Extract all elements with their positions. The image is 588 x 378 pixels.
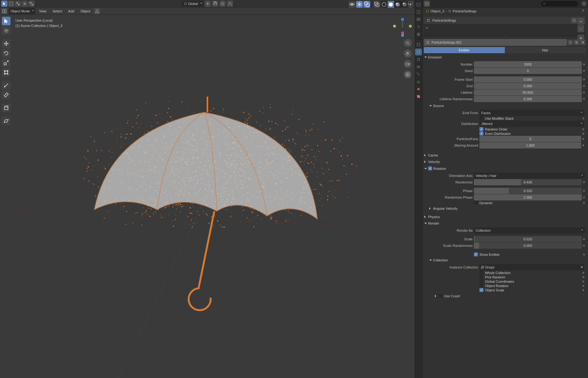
keyframe-dot[interactable] xyxy=(582,118,584,119)
add-menu[interactable]: Add xyxy=(66,9,77,14)
tool-scale[interactable] xyxy=(2,58,11,67)
whole-collection-checkbox[interactable] xyxy=(479,271,483,275)
camera-icon[interactable] xyxy=(404,60,412,68)
keyframe-dot[interactable] xyxy=(583,190,585,192)
section-physics[interactable]: Physics xyxy=(424,214,586,220)
random-order-checkbox[interactable] xyxy=(479,127,483,131)
instance-collection-select[interactable]: Drops✕ xyxy=(479,264,584,270)
keyframe-dot[interactable] xyxy=(583,70,585,72)
tab-world[interactable] xyxy=(415,31,422,38)
keyframe-dot[interactable] xyxy=(583,245,585,247)
proportional-edit-icon[interactable] xyxy=(220,1,226,7)
view-menu[interactable]: View xyxy=(36,9,49,14)
tab-hair[interactable]: Hair xyxy=(505,47,586,53)
lifetime-field[interactable]: 50.000 xyxy=(474,89,582,96)
particle-system-slot[interactable]: ParticleSettings xyxy=(432,19,456,22)
distribution-select[interactable]: Jittered xyxy=(479,121,584,127)
keyframe-dot[interactable] xyxy=(583,79,585,80)
section-render[interactable]: Render xyxy=(424,221,586,226)
add-particle-system[interactable]: + xyxy=(577,18,584,25)
tab-output[interactable] xyxy=(415,9,422,15)
clear-collection-icon[interactable]: ✕ xyxy=(579,265,584,270)
keyframe-dot[interactable] xyxy=(582,272,584,274)
particle-specials[interactable]: ▾ xyxy=(577,35,584,41)
pivot-icon[interactable] xyxy=(28,1,35,7)
pivot-point-icon[interactable] xyxy=(205,1,211,7)
object-rotation-checkbox[interactable] xyxy=(479,284,483,288)
snap-toggle-icon[interactable] xyxy=(212,1,218,7)
use-count-checkbox[interactable] xyxy=(439,294,443,298)
tool-shear[interactable] xyxy=(2,117,11,125)
phase-slider[interactable]: 0.325 xyxy=(474,188,582,194)
tool-select[interactable] xyxy=(2,17,11,25)
section-collection[interactable]: Collection xyxy=(426,257,585,263)
keyframe-dot[interactable] xyxy=(582,285,584,287)
object-scale-checkbox[interactable] xyxy=(479,288,483,292)
keyframe-dot[interactable] xyxy=(583,202,585,204)
snap-mode-icon[interactable] xyxy=(22,1,28,7)
select-box-icon[interactable] xyxy=(8,1,14,7)
shading-options[interactable]: ▾ xyxy=(409,1,412,8)
fake-user-icon[interactable] xyxy=(568,40,573,45)
use-modifier-stack-checkbox[interactable] xyxy=(479,116,483,120)
keyframe-dot[interactable] xyxy=(583,238,585,240)
frame-end-field[interactable]: 0.000 xyxy=(474,83,582,89)
tab-emitter[interactable]: Emitter xyxy=(424,47,505,53)
list-resize-handle[interactable] xyxy=(424,35,586,37)
keyframe-dot[interactable] xyxy=(583,98,585,100)
axis-gizmo[interactable]: Z Y X xyxy=(393,18,412,37)
pick-random-checkbox[interactable] xyxy=(479,275,483,279)
keyframe-dot[interactable] xyxy=(583,181,585,183)
tab-modifier[interactable] xyxy=(415,49,422,55)
editmode-icon[interactable] xyxy=(94,8,100,14)
breadcrumb-object[interactable]: Object_3 xyxy=(431,9,444,13)
breadcrumb-pin-icon[interactable] xyxy=(581,9,585,13)
show-emitter-checkbox[interactable] xyxy=(474,252,478,256)
panel-editor-icon[interactable] xyxy=(424,1,430,7)
tab-constraint[interactable] xyxy=(415,71,422,78)
lifetime-random-field[interactable]: 0.000 xyxy=(474,96,582,102)
keyframe-dot[interactable] xyxy=(583,92,585,93)
properties-search[interactable] xyxy=(541,1,578,6)
perspective-icon[interactable] xyxy=(404,71,412,79)
rotation-enable-checkbox[interactable] xyxy=(428,166,432,170)
section-velocity[interactable]: Velocity xyxy=(424,159,586,165)
xray-icon[interactable] xyxy=(373,1,380,8)
tab-texture[interactable] xyxy=(415,93,422,100)
object-menu[interactable]: Object xyxy=(78,9,93,14)
keyframe-dot[interactable] xyxy=(582,138,584,140)
emit-from-select[interactable]: Faces xyxy=(479,110,584,116)
expand-arrow[interactable]: ▸ xyxy=(426,26,428,30)
randomize-slider[interactable]: 0.436 xyxy=(474,179,582,185)
tab-render[interactable] xyxy=(415,1,422,8)
tab-view-layer[interactable] xyxy=(415,16,422,23)
frame-start-field[interactable]: 0.000 xyxy=(474,76,582,83)
shading-material[interactable] xyxy=(394,1,401,8)
breadcrumb-particle-settings[interactable]: ParticleSettings xyxy=(453,9,476,13)
shading-rendered[interactable] xyxy=(401,1,408,8)
editor-type-icon[interactable] xyxy=(1,8,7,14)
pan-icon[interactable] xyxy=(404,49,412,58)
keyframe-dot[interactable] xyxy=(583,196,585,198)
gizmo-toggle-icon[interactable] xyxy=(356,1,363,8)
jittering-amount-field[interactable]: 1.000 xyxy=(479,142,581,148)
particle-settings-datablock[interactable]: ParticleSettings.001 xyxy=(424,39,567,46)
tab-scene[interactable] xyxy=(415,24,422,30)
scale-slider[interactable]: 0.010 xyxy=(474,236,582,242)
randomize-phase-field[interactable]: 2.000 xyxy=(474,194,582,200)
tab-material[interactable] xyxy=(415,86,422,92)
tab-particle[interactable] xyxy=(415,56,422,63)
section-source[interactable]: Source xyxy=(426,103,585,109)
select-menu[interactable]: Select xyxy=(50,9,65,14)
tool-cursor[interactable] xyxy=(2,26,11,35)
visibility-icon[interactable] xyxy=(349,1,355,8)
tab-object[interactable] xyxy=(415,41,422,48)
section-emission[interactable]: Emission xyxy=(424,54,586,60)
orientation-axis-select[interactable]: Velocity / Hair xyxy=(474,173,585,179)
snap-icon[interactable] xyxy=(15,1,21,7)
overlays-toggle-icon[interactable] xyxy=(363,1,370,8)
zoom-icon[interactable] xyxy=(404,39,412,47)
tool-move[interactable] xyxy=(2,39,11,48)
orientation-select[interactable]: Global xyxy=(182,1,204,7)
number-field[interactable]: 2000 xyxy=(474,61,582,67)
